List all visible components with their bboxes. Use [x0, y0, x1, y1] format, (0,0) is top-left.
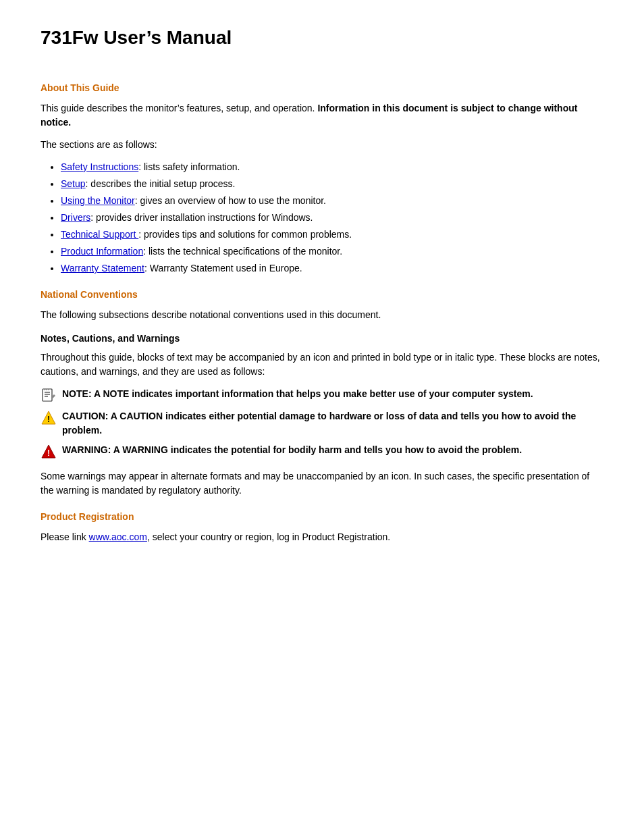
- national-conventions-intro: The following subsections describe notat…: [41, 308, 603, 322]
- caution-text: CAUTION: A CAUTION indicates either pote…: [62, 409, 603, 438]
- warnings-footer-text: Some warnings may appear in alternate fo…: [41, 469, 603, 498]
- note-block: NOTE: A NOTE indicates important informa…: [41, 387, 603, 404]
- list-item: Drivers: provides driver installation in…: [61, 211, 603, 225]
- about-intro-text: This guide describes the monitor’s featu…: [41, 103, 315, 113]
- svg-rect-0: [43, 389, 52, 401]
- list-item: Technical Support : provides tips and so…: [61, 228, 603, 242]
- list-item-text: : Warranty Statement used in Europe.: [144, 263, 302, 273]
- aoc-link[interactable]: www.aoc.com: [89, 531, 147, 542]
- note-text: NOTE: A NOTE indicates important informa…: [62, 387, 533, 401]
- about-heading: About This Guide: [41, 82, 603, 93]
- list-item-text: : lists the technical specifications of …: [143, 246, 342, 257]
- list-item-text: : gives an overview of how to use the mo…: [135, 195, 326, 206]
- technical-support-link[interactable]: Technical Support: [61, 229, 138, 240]
- product-registration-body: Please link www.aoc.com, select your cou…: [41, 530, 603, 544]
- national-conventions-heading: National Conventions: [41, 289, 603, 300]
- list-item: Using the Monitor: gives an overview of …: [61, 194, 603, 208]
- list-item: Warranty Statement: Warranty Statement u…: [61, 261, 603, 276]
- product-registration-section: Product Registration Please link www.aoc…: [41, 511, 603, 544]
- note-icon: [41, 388, 57, 404]
- caution-block: ! CAUTION: A CAUTION indicates either po…: [41, 409, 603, 438]
- svg-text:!: !: [47, 415, 50, 424]
- list-item-text: : provides driver installation instructi…: [90, 212, 313, 223]
- list-item: Safety Instructions: lists safety inform…: [61, 160, 603, 174]
- setup-link[interactable]: Setup: [61, 178, 86, 189]
- warning-block: ! WARNING: A WARNING indicates the poten…: [41, 443, 603, 460]
- about-section: About This Guide This guide describes th…: [41, 82, 603, 276]
- page-title: 731Fw User’s Manual: [41, 27, 603, 49]
- list-item-text: : describes the initial setup process.: [86, 178, 236, 189]
- caution-icon: !: [41, 410, 57, 426]
- about-sections-label: The sections are as follows:: [41, 138, 603, 152]
- svg-text:!: !: [47, 448, 50, 458]
- notes-body-text: Throughout this guide, blocks of text ma…: [41, 350, 603, 379]
- national-conventions-section: National Conventions The following subse…: [41, 289, 603, 498]
- warranty-statement-link[interactable]: Warranty Statement: [61, 263, 144, 273]
- warning-icon: !: [41, 444, 57, 460]
- safety-instructions-link[interactable]: Safety Instructions: [61, 161, 138, 172]
- drivers-link[interactable]: Drivers: [61, 212, 90, 223]
- product-registration-heading: Product Registration: [41, 511, 603, 522]
- about-bullet-list: Safety Instructions: lists safety inform…: [61, 160, 603, 276]
- product-registration-text-after: , select your country or region, log in …: [147, 531, 390, 542]
- using-monitor-link[interactable]: Using the Monitor: [61, 195, 135, 206]
- notes-cautions-warnings-heading: Notes, Cautions, and Warnings: [41, 333, 603, 344]
- list-item: Setup: describes the initial setup proce…: [61, 177, 603, 191]
- list-item-text: : provides tips and solutions for common…: [138, 229, 352, 240]
- list-item-text: : lists safety information.: [138, 161, 240, 172]
- product-information-link[interactable]: Product Information: [61, 246, 143, 257]
- warning-text: WARNING: A WARNING indicates the potenti…: [62, 443, 522, 457]
- list-item: Product Information: lists the technical…: [61, 244, 603, 259]
- product-registration-text-before: Please link: [41, 531, 86, 542]
- about-intro-paragraph: This guide describes the monitor’s featu…: [41, 101, 603, 130]
